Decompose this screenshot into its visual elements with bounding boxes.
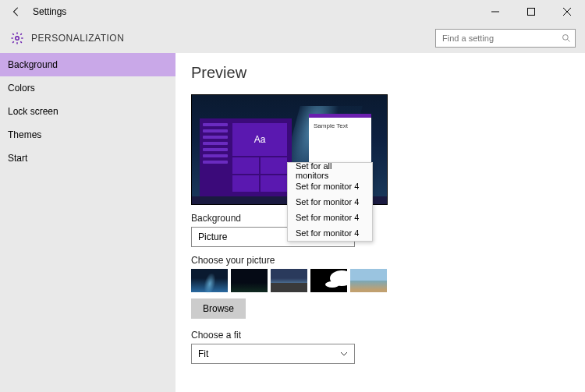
close-button[interactable] — [549, 0, 585, 23]
fit-dropdown[interactable]: Fit — [191, 344, 355, 364]
picture-thumb-1[interactable] — [191, 269, 228, 292]
back-button[interactable] — [5, 0, 28, 23]
search-wrap — [435, 29, 576, 48]
preview-start-list — [200, 118, 231, 196]
gear-icon — [9, 30, 25, 46]
minimize-button[interactable] — [477, 0, 513, 23]
dropdown-value: Fit — [198, 348, 208, 359]
page-header: PERSONALIZATION — [0, 23, 585, 53]
chevron-down-icon — [340, 350, 348, 358]
sidebar-item-background[interactable]: Background — [0, 53, 176, 76]
ctx-label: Set for monitor 4 — [296, 228, 359, 238]
section-heading: Preview — [191, 64, 585, 82]
preview-window: Sample Text — [309, 114, 371, 164]
sidebar-item-label: Colors — [8, 83, 35, 94]
picture-thumb-5[interactable] — [350, 269, 387, 292]
picture-thumb-2[interactable] — [231, 269, 268, 292]
picture-thumbnails — [191, 269, 585, 292]
sidebar: Background Colors Lock screen Themes Sta… — [0, 53, 176, 392]
background-label: Background — [191, 213, 585, 224]
fit-label: Choose a fit — [191, 330, 585, 341]
preview-window-text: Sample Text — [314, 122, 348, 129]
main-panel: Preview Aa Sample Text Background Pictur… — [176, 53, 585, 392]
ctx-label: Set for monitor 4 — [296, 197, 359, 207]
ctx-label: Set for monitor 4 — [296, 182, 359, 191]
browse-button[interactable]: Browse — [191, 298, 246, 319]
sidebar-item-label: Start — [8, 153, 27, 164]
choose-picture-label: Choose your picture — [191, 255, 585, 266]
ctx-set-all-monitors[interactable]: Set for all monitors — [288, 163, 372, 178]
svg-rect-1 — [528, 9, 535, 16]
sidebar-item-label: Themes — [8, 129, 41, 140]
sidebar-item-label: Background — [8, 59, 58, 70]
sidebar-item-themes[interactable]: Themes — [0, 123, 176, 147]
ctx-set-monitor-4[interactable]: Set for monitor 4 — [288, 178, 372, 194]
dropdown-value: Picture — [198, 231, 227, 242]
window-controls — [477, 0, 585, 23]
window-title: Settings — [33, 6, 66, 17]
context-menu: Set for all monitors Set for monitor 4 S… — [287, 162, 373, 242]
ctx-label: Set for all monitors — [296, 161, 364, 180]
ctx-set-monitor-4[interactable]: Set for monitor 4 — [288, 210, 372, 225]
preview-start-tiles: Aa — [231, 118, 292, 196]
sidebar-item-start[interactable]: Start — [0, 147, 176, 170]
svg-point-4 — [16, 37, 20, 41]
search-input[interactable] — [435, 29, 576, 48]
preview-tile-aa: Aa — [232, 123, 287, 156]
picture-thumb-4[interactable] — [310, 269, 347, 292]
ctx-label: Set for monitor 4 — [296, 213, 359, 222]
picture-thumb-3[interactable] — [271, 269, 307, 292]
maximize-button[interactable] — [513, 0, 549, 23]
sidebar-item-label: Lock screen — [8, 106, 58, 117]
sidebar-item-lock-screen[interactable]: Lock screen — [0, 100, 176, 123]
page-subtitle: PERSONALIZATION — [31, 33, 124, 44]
sidebar-item-colors[interactable]: Colors — [0, 76, 176, 100]
titlebar: Settings — [0, 0, 585, 23]
preview-start-menu: Aa — [200, 118, 292, 196]
ctx-set-monitor-4[interactable]: Set for monitor 4 — [288, 194, 372, 210]
ctx-set-monitor-4[interactable]: Set for monitor 4 — [288, 225, 372, 241]
browse-label: Browse — [203, 303, 234, 314]
